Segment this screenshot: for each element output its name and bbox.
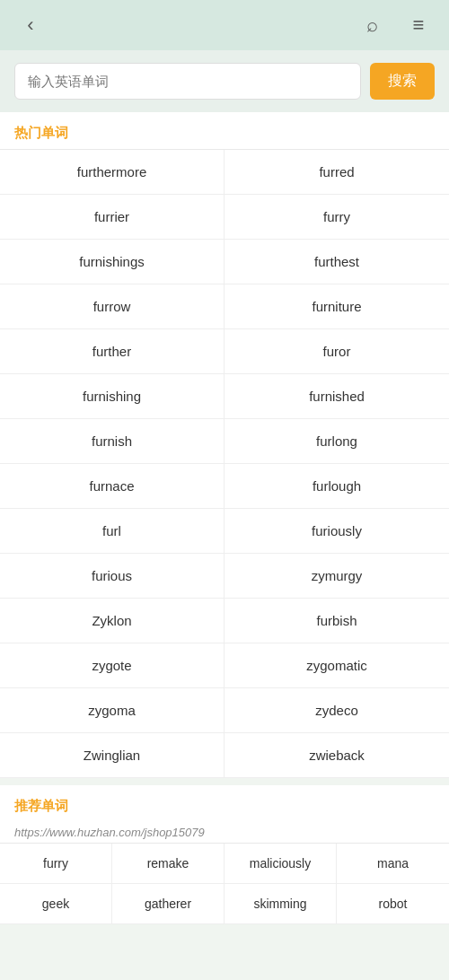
hot-word-cell[interactable]: furious: [0, 554, 224, 599]
recommended-word-cell[interactable]: gatherer: [112, 884, 224, 924]
search-icon[interactable]: ⌕: [356, 13, 388, 37]
hot-word-cell[interactable]: zygomatic: [224, 643, 449, 688]
recommended-section: 推荐单词 https://www.huzhan.com/jshop15079 f…: [0, 778, 449, 924]
hot-word-cell[interactable]: Zyklon: [0, 599, 224, 643]
hot-word-cell[interactable]: furnish: [0, 419, 224, 464]
hot-word-cell[interactable]: furnishing: [0, 374, 224, 419]
header-right-icons: ⌕ ≡: [356, 13, 435, 37]
recommended-words-grid: furryremakemaliciouslymanageekgatherersk…: [0, 843, 449, 924]
recommended-words-label: 推荐单词: [0, 778, 449, 822]
hot-word-cell[interactable]: furry: [224, 195, 449, 240]
search-button[interactable]: 搜索: [370, 63, 435, 100]
hot-word-cell[interactable]: furiously: [224, 509, 449, 554]
hot-word-cell[interactable]: zygoma: [0, 688, 224, 733]
hot-word-cell[interactable]: furthest: [224, 240, 449, 284]
menu-icon[interactable]: ≡: [402, 13, 435, 37]
hot-word-cell[interactable]: furlong: [224, 419, 449, 464]
hot-word-cell[interactable]: further: [0, 329, 224, 374]
recommended-word-cell[interactable]: skimming: [224, 884, 337, 924]
hot-words-label: 热门单词: [0, 112, 449, 149]
hot-word-cell[interactable]: zwieback: [224, 733, 449, 778]
header: ‹ ⌕ ≡: [0, 0, 449, 50]
back-button[interactable]: ‹: [14, 13, 47, 37]
recommended-word-cell[interactable]: mana: [337, 844, 449, 884]
hot-word-cell[interactable]: zydeco: [224, 688, 449, 733]
hot-word-cell[interactable]: zymurgy: [224, 554, 449, 599]
hot-words-grid: furthermorefurredfurrierfurryfurnishings…: [0, 149, 449, 778]
hot-word-cell[interactable]: furthermore: [0, 150, 224, 195]
hot-word-cell[interactable]: furlough: [224, 464, 449, 509]
recommended-word-cell[interactable]: maliciously: [224, 844, 337, 884]
recommended-word-cell[interactable]: robot: [337, 884, 449, 924]
hot-word-cell[interactable]: furbish: [224, 599, 449, 643]
hot-word-cell[interactable]: Zwinglian: [0, 733, 224, 778]
hot-word-cell[interactable]: furrow: [0, 284, 224, 329]
hot-word-cell[interactable]: furor: [224, 329, 449, 374]
hot-word-cell[interactable]: zygote: [0, 643, 224, 688]
hot-word-cell[interactable]: furnishings: [0, 240, 224, 284]
hot-word-cell[interactable]: furniture: [224, 284, 449, 329]
search-input[interactable]: [14, 63, 361, 100]
search-bar: 搜索: [0, 50, 449, 112]
hot-word-cell[interactable]: furnished: [224, 374, 449, 419]
recommended-word-cell[interactable]: furry: [0, 844, 112, 884]
hot-word-cell[interactable]: furrier: [0, 195, 224, 240]
hot-word-cell[interactable]: furnace: [0, 464, 224, 509]
recommended-word-cell[interactable]: geek: [0, 884, 112, 924]
recommended-word-cell[interactable]: remake: [112, 844, 224, 884]
hot-word-cell[interactable]: furred: [224, 150, 449, 195]
watermark: https://www.huzhan.com/jshop15079: [0, 822, 449, 843]
hot-word-cell[interactable]: furl: [0, 509, 224, 554]
